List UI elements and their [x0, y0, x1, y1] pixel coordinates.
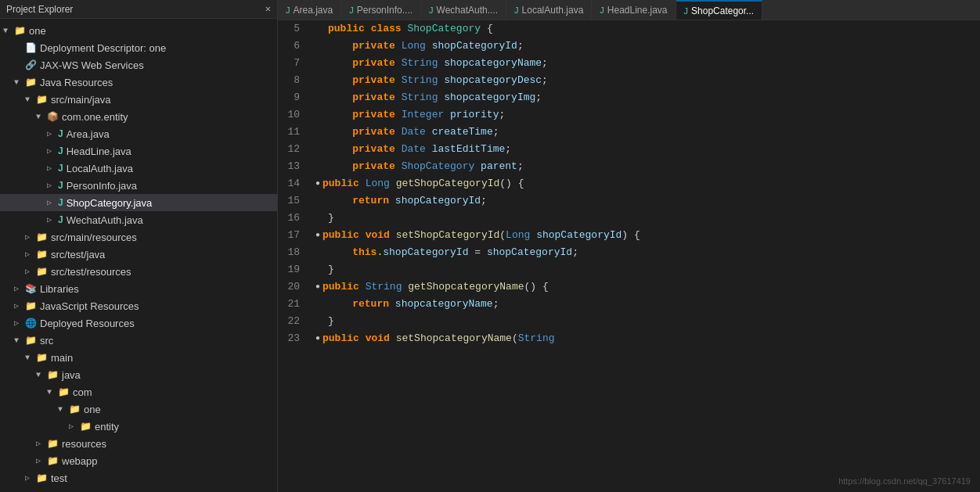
code-text: }: [328, 210, 334, 227]
tab-file-icon: J: [684, 6, 689, 16]
tree-item-personinfo-java[interactable]: ▷JPersonInfo.java: [0, 177, 277, 194]
tab-wechatauth----[interactable]: JWechatAuth....: [421, 0, 506, 20]
tree-arrow: ▷: [14, 301, 25, 311]
tree-arrow: ▼: [58, 405, 69, 414]
tab-shopcategor---[interactable]: JShopCategor...: [676, 0, 763, 20]
tree-item-webapp[interactable]: ▷📁webapp: [0, 452, 277, 469]
tree-item-src-main-java[interactable]: ▼📁src/main/java: [0, 91, 277, 108]
code-line: }: [315, 210, 980, 227]
tree-arrow: ▼: [14, 78, 25, 87]
tree-item-src-test-resources[interactable]: ▷📁src/test/resources: [0, 263, 277, 280]
tree-icon: 🔗: [25, 59, 37, 71]
tree-label: webapp: [62, 455, 98, 467]
tree-item-wechatauth-java[interactable]: ▷JWechatAuth.java: [0, 211, 277, 228]
code-line: }: [315, 261, 980, 278]
tree-label: Java Resources: [40, 77, 113, 88]
breakpoint-dot[interactable]: ●: [315, 175, 320, 192]
tree-icon: 🌐: [25, 318, 37, 329]
tree-label: PersonInfo.java: [67, 180, 137, 192]
breakpoint-dot[interactable]: ●: [315, 278, 320, 296]
tree-item-one[interactable]: ▼📁one: [0, 22, 277, 39]
tree-arrow: ▼: [14, 336, 25, 345]
panel-close-icon[interactable]: ✕: [265, 3, 271, 15]
tab-headline-java[interactable]: JHeadLine.java: [592, 0, 676, 20]
breakpoint-dot[interactable]: ●: [315, 330, 320, 347]
tab-localauth-java[interactable]: JLocalAuth.java: [506, 0, 592, 20]
tree-icon: J: [58, 214, 63, 225]
tree-arrow: ▷: [14, 284, 25, 293]
tab-area-java[interactable]: JArea.java: [278, 0, 341, 20]
code-line: this.shopCategoryId = shopCategoryId;: [315, 244, 980, 261]
tree-item-src-test-java[interactable]: ▷📁src/test/java: [0, 246, 277, 263]
tree-item-entity2[interactable]: ▷📁entity: [0, 418, 277, 435]
tree-label: src: [40, 335, 53, 347]
tree-item-libraries[interactable]: ▷📚Libraries: [0, 280, 277, 297]
tree-item-com2[interactable]: ▼📁com: [0, 383, 277, 400]
tree-item-resources2[interactable]: ▷📁resources: [0, 435, 277, 452]
tree-arrow: ▷: [47, 198, 58, 207]
tree-item-javascript-resources[interactable]: ▷📁JavaScript Resources: [0, 297, 277, 314]
tree-label: src/test/java: [51, 249, 105, 260]
tree-label: LocalAuth.java: [67, 163, 133, 174]
tree-icon: 📁: [36, 472, 48, 484]
tree-icon: 📁: [36, 249, 48, 260]
tree-icon: 📁: [69, 404, 81, 415]
code-line: }: [315, 313, 980, 330]
tree-item-shopcategory-java[interactable]: ▷JShopCategory.java: [0, 194, 277, 211]
tree-arrow: ▷: [36, 456, 47, 465]
code-text: public void setShopcategoryName(String: [322, 330, 555, 347]
code-text: return shopcategoryName;: [328, 296, 499, 313]
tree-item-main[interactable]: ▼📁main: [0, 349, 277, 366]
tree-arrow: ▷: [14, 318, 25, 328]
tree-label: WechatAuth.java: [67, 214, 143, 226]
panel-header: Project Explorer ✕: [0, 0, 277, 19]
tree-icon: 📚: [25, 283, 37, 295]
code-text: private Integer priority;: [328, 106, 505, 124]
tree-item-java2[interactable]: ▼📁java: [0, 366, 277, 383]
tree-item-src[interactable]: ▼📁src: [0, 332, 277, 349]
tree-item-one2[interactable]: ▼📁one: [0, 400, 277, 418]
line-number: 23: [278, 330, 306, 347]
tab-file-icon: J: [600, 5, 604, 15]
tree-arrow: ▷: [25, 267, 36, 276]
code-line: ●public Long getShopCategoryId() {: [315, 175, 980, 192]
code-line: private String shopcategoryDesc;: [315, 72, 980, 89]
code-text: public void setShopCategoryId(Long shopC…: [322, 227, 640, 244]
tree-icon: 📁: [36, 232, 48, 243]
tree-item-deployment-descriptor[interactable]: 📄Deployment Descriptor: one: [0, 39, 277, 56]
code-text: private ShopCategory parent;: [328, 158, 524, 175]
tree-icon: 📁: [80, 421, 92, 433]
tree-label: main: [51, 352, 73, 364]
code-line: ●public void setShopCategoryId(Long shop…: [315, 227, 980, 244]
tree-icon: 📁: [25, 300, 37, 312]
project-tree: ▼📁one📄Deployment Descriptor: one🔗JAX-WS …: [0, 19, 277, 492]
breakpoint-dot[interactable]: ●: [315, 227, 320, 244]
tab-file-icon: J: [286, 5, 290, 15]
code-text: public class ShopCategory {: [328, 20, 493, 38]
tree-icon: 📦: [47, 111, 59, 123]
line-number: 20: [278, 278, 306, 296]
tree-item-src-main-resources[interactable]: ▷📁src/main/resources: [0, 228, 277, 246]
tree-item-com-one-entity[interactable]: ▼📦com.one.entity: [0, 108, 277, 125]
tree-item-headline-java[interactable]: ▷JHeadLine.java: [0, 142, 277, 160]
tree-item-localauth-java[interactable]: ▷JLocalAuth.java: [0, 160, 277, 177]
tab-personinfo----[interactable]: JPersonInfo....: [341, 0, 421, 20]
tab-file-icon: J: [429, 5, 434, 15]
code-line: ●public String getShopcategoryName() {: [315, 278, 980, 296]
code-content[interactable]: public class ShopCategory { private Long…: [312, 20, 980, 492]
tree-icon: 📁: [36, 94, 48, 106]
tree-item-deployed-resources[interactable]: ▷🌐Deployed Resources: [0, 314, 277, 332]
tab-file-icon: J: [514, 5, 519, 15]
tree-arrow: ▷: [47, 163, 58, 173]
code-editor-panel: JArea.javaJPersonInfo....JWechatAuth....…: [278, 0, 980, 492]
code-text: return shopCategoryId;: [328, 192, 487, 210]
tree-arrow: ▷: [25, 473, 36, 483]
tree-item-area-java[interactable]: ▷JArea.java: [0, 125, 277, 142]
tree-item-test2[interactable]: ▷📁test: [0, 469, 277, 487]
code-line: private Long shopCategoryId;: [315, 38, 980, 55]
code-text: this.shopCategoryId = shopCategoryId;: [328, 244, 578, 261]
code-text: private Date lastEditTime;: [328, 141, 511, 158]
tree-item-jax-ws[interactable]: 🔗JAX-WS Web Services: [0, 56, 277, 74]
tree-icon: 📁: [25, 335, 37, 347]
tree-item-java-resources[interactable]: ▼📁Java Resources: [0, 74, 277, 91]
